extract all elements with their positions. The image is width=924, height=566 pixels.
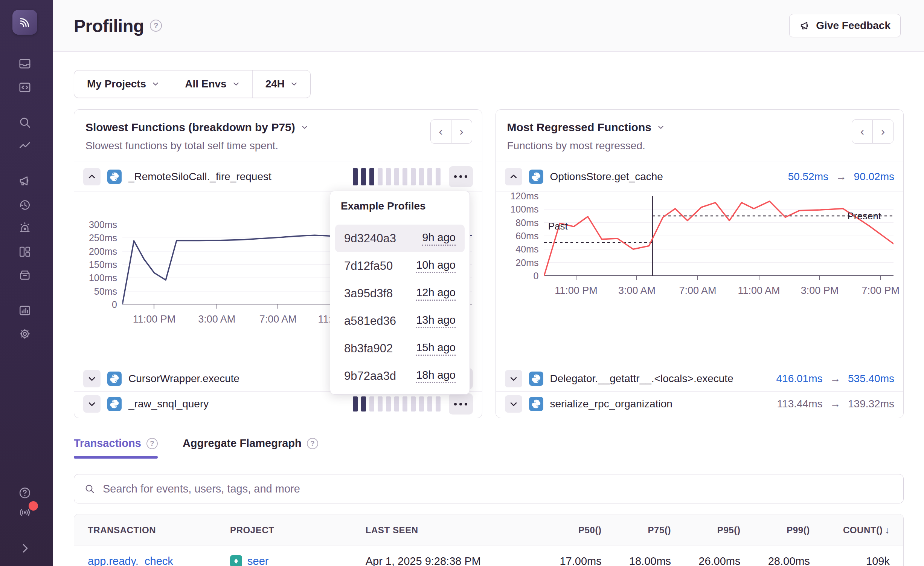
profile-time-link[interactable]: 15h ago (416, 341, 456, 356)
dashboard-grid-icon (18, 245, 32, 259)
more-options-button[interactable] (449, 393, 473, 415)
transaction-link[interactable]: app.ready._check (88, 555, 173, 566)
profile-time-link[interactable]: 13h ago (416, 314, 456, 328)
next-page-button[interactable]: › (451, 119, 472, 144)
arrow-right-icon: → (830, 373, 840, 384)
collapse-button[interactable] (83, 168, 101, 185)
expand-button[interactable] (83, 395, 101, 413)
last-seen-cell: Apr 1, 2025 9:28:38 PM (366, 555, 532, 566)
python-glyph (109, 373, 120, 384)
col-transaction[interactable]: TRANSACTION (88, 525, 230, 535)
environment-filter[interactable]: All Envs (172, 70, 252, 98)
clock-rewind-icon (18, 198, 32, 212)
sidebar-item-issues[interactable] (17, 55, 33, 72)
function-row[interactable]: _raw_snql_query (74, 391, 482, 416)
profile-item[interactable]: a581ed36 13h ago (335, 307, 465, 335)
col-p99[interactable]: P99() (741, 525, 810, 535)
most-regressed-title[interactable]: Most Regressed Functions (507, 121, 664, 134)
page-help-icon[interactable]: ? (150, 20, 162, 32)
seer-glyph (232, 557, 240, 565)
sidebar-item-replays[interactable] (17, 197, 33, 213)
col-p75[interactable]: P75() (602, 525, 671, 535)
expand-button[interactable] (505, 395, 522, 413)
python-glyph (531, 398, 542, 410)
more-options-button[interactable] (449, 166, 473, 187)
give-feedback-button[interactable]: Give Feedback (789, 14, 901, 37)
prev-page-button[interactable]: ‹ (430, 119, 451, 144)
chevron-down-icon (509, 375, 518, 383)
sidebar-item-stats[interactable] (17, 302, 33, 319)
function-row-expanded[interactable]: _RemoteSiloCall._fire_request (74, 162, 482, 191)
sidebar-expand-button[interactable] (17, 540, 33, 557)
python-icon (529, 372, 543, 386)
after-duration-link[interactable]: 535.40ms (848, 373, 894, 384)
before-duration-link[interactable]: 416.01ms (776, 373, 823, 384)
col-count-label: COUNT() (843, 525, 883, 535)
profile-item[interactable]: 3a95d3f8 12h ago (335, 280, 465, 307)
give-feedback-label: Give Feedback (816, 20, 890, 32)
sidebar-item-explore[interactable] (17, 114, 33, 131)
function-row-expanded[interactable]: OptionsStore.get_cache 50.52ms → 90.02ms (496, 162, 904, 191)
page-title: Profiling (74, 15, 144, 36)
tab-help-icon[interactable]: ? (146, 438, 158, 449)
trace-zigzag-icon (18, 139, 32, 153)
table-row[interactable]: app.ready._check seer Apr 1, 2025 9:28:3… (74, 546, 903, 566)
python-glyph (109, 398, 120, 410)
profile-item[interactable]: 7d12fa50 10h ago (335, 252, 465, 280)
col-p50[interactable]: P50() (532, 525, 601, 535)
function-name: Delegator.__getattr__.<locals>.execute (550, 373, 733, 385)
before-duration-link[interactable]: 50.52ms (788, 171, 828, 182)
sidebar (0, 0, 53, 566)
profile-time-link[interactable]: 10h ago (416, 259, 456, 273)
chevron-down-icon (152, 81, 159, 87)
sidebar-item-traces[interactable] (17, 138, 33, 155)
tab-transactions[interactable]: Transactions ? (74, 437, 158, 459)
slowest-functions-title[interactable]: Slowest Functions (breakdown by P75) (85, 121, 308, 134)
profile-time-link[interactable]: 12h ago (416, 286, 456, 301)
sidebar-item-releases[interactable] (17, 266, 33, 283)
sidebar-item-alerts[interactable] (17, 220, 33, 236)
tab-label: Aggregate Flamegraph (183, 437, 302, 450)
sentry-logo[interactable] (12, 10, 37, 35)
sidebar-item-projects[interactable] (17, 79, 33, 96)
profile-id: 8b3fa902 (344, 342, 393, 355)
profile-time-link[interactable]: 18h ago (416, 369, 456, 383)
expand-button[interactable] (505, 370, 522, 387)
chevron-down-icon (657, 124, 664, 131)
tab-aggregate-flamegraph[interactable]: Aggregate Flamegraph ? (183, 437, 318, 459)
col-project[interactable]: PROJECT (230, 525, 366, 535)
date-range-filter[interactable]: 24H (252, 70, 310, 98)
project-cell[interactable]: seer (230, 555, 366, 566)
sidebar-item-settings[interactable] (17, 326, 33, 342)
transactions-table: TRANSACTION PROJECT LAST SEEN P50() P75(… (74, 514, 904, 566)
expand-button[interactable] (83, 370, 101, 387)
profile-item[interactable]: 9b72aa3d 18h ago (335, 362, 465, 390)
collapse-button[interactable] (505, 168, 522, 185)
project-filter[interactable]: My Projects (74, 70, 172, 98)
tab-help-icon[interactable]: ? (307, 438, 318, 449)
col-count[interactable]: COUNT()↓ (810, 525, 890, 535)
python-icon (529, 397, 543, 411)
sidebar-item-dashboards[interactable] (17, 243, 33, 260)
profile-item[interactable]: 9d3240a3 9h ago (335, 225, 465, 252)
view-tabs: Transactions ? Aggregate Flamegraph ? (74, 437, 904, 459)
chevron-up-icon (509, 173, 518, 181)
p50-cell: 17.00ms (532, 555, 601, 566)
sidebar-item-help[interactable] (17, 485, 33, 501)
search-input[interactable] (103, 483, 894, 495)
megaphone-icon (18, 174, 32, 188)
function-row[interactable]: Delegator.__getattr__.<locals>.execute 4… (496, 366, 904, 391)
prev-page-button[interactable]: ‹ (852, 119, 873, 144)
after-duration-link[interactable]: 90.02ms (854, 171, 894, 182)
profile-id: 9d3240a3 (344, 232, 396, 245)
profile-time-link[interactable]: 9h ago (422, 231, 456, 246)
function-row[interactable]: serialize_rpc_organization 113.44ms → 13… (496, 391, 904, 416)
col-last-seen[interactable]: LAST SEEN (366, 525, 532, 535)
next-page-button[interactable]: › (872, 119, 894, 144)
col-p95[interactable]: P95() (671, 525, 740, 535)
after-duration: 139.32ms (848, 398, 894, 410)
profile-item[interactable]: 8b3fa902 15h ago (335, 335, 465, 362)
sidebar-item-feedback[interactable] (17, 173, 33, 189)
search-bar (74, 474, 904, 503)
profile-id: 9b72aa3d (344, 369, 396, 383)
